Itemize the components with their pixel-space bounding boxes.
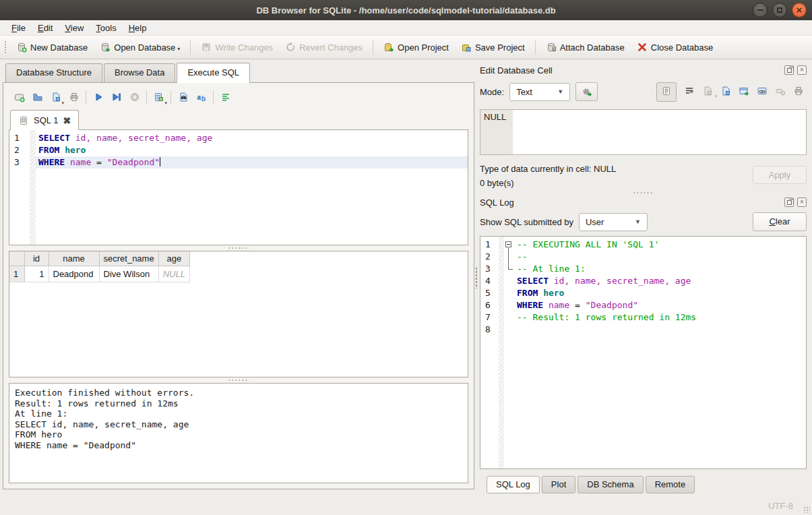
table-cell[interactable]: Dive Wilson: [99, 266, 158, 282]
table-cell[interactable]: Deadpond: [49, 266, 99, 282]
execution-message: Execution finished without errors. Resul…: [9, 383, 468, 483]
execute-line-button[interactable]: [107, 88, 125, 106]
maximize-button[interactable]: [772, 3, 787, 18]
titlebar: DB Browser for SQLite - /home/user/code/…: [0, 0, 812, 20]
code-area[interactable]: -- EXECUTING ALL IN 'SQL 1'---- At line …: [514, 237, 806, 468]
menu-tools[interactable]: Tools: [90, 22, 122, 34]
column-header-secret_name[interactable]: secret_name: [99, 251, 158, 266]
statusbar: UTF-8: [0, 496, 812, 515]
close-button[interactable]: ×: [792, 3, 807, 18]
tab-database-structure[interactable]: Database Structure: [5, 63, 102, 82]
dock-tab-remote[interactable]: Remote: [646, 476, 695, 493]
save-results-button[interactable]: ▾: [150, 88, 168, 106]
main-toolbar: New DatabaseOpen Database▾Write ChangesR…: [0, 36, 812, 59]
save-sql-file-icon: [51, 92, 61, 102]
print-cell-button[interactable]: [793, 86, 804, 98]
edit-cell-title: Edit Database Cell: [480, 65, 784, 75]
results-grid[interactable]: idnamesecret_nameage11DeadpondDive Wilso…: [9, 251, 468, 377]
code-line: SELECT id, name, secret_name, age: [36, 132, 468, 144]
svg-text:a: a: [197, 94, 201, 101]
sql-editor[interactable]: 123SELECT id, name, secret_name, ageFROM…: [9, 129, 468, 245]
tab-browse-data[interactable]: Browse Data: [104, 63, 175, 82]
find-replace-button[interactable]: [174, 88, 192, 106]
copy-link-button[interactable]: [757, 86, 768, 98]
menu-view[interactable]: View: [59, 22, 90, 34]
dock-tab-sql-log[interactable]: SQL Log: [487, 476, 540, 493]
menu-file[interactable]: File: [5, 22, 32, 34]
float-dock-button[interactable]: [784, 65, 794, 75]
word-wrap-cell-button[interactable]: [684, 86, 695, 98]
column-header-name[interactable]: name: [49, 251, 99, 266]
dropdown-caret-icon: ▾: [177, 46, 180, 53]
sql-doc-tab[interactable]: SQL 1 ✖: [10, 110, 79, 130]
new-database-button[interactable]: New Database: [10, 39, 94, 55]
column-header-age[interactable]: age: [158, 251, 189, 266]
save-as-icon: [720, 86, 731, 96]
line-number: 2: [485, 251, 499, 263]
auto-switch-mode-button[interactable]: [575, 82, 598, 101]
execute-all-button[interactable]: [89, 88, 107, 106]
svg-text:b: b: [201, 95, 206, 102]
open-database-button[interactable]: Open Database▾: [94, 39, 186, 55]
close-database-button[interactable]: Close Database: [631, 39, 720, 55]
line-number-gutter: 123: [9, 130, 30, 245]
code-line: -- At line 1:: [514, 263, 806, 275]
float-icon: [787, 68, 792, 73]
toolbar-drag-handle[interactable]: [4, 40, 7, 54]
toolbar-separator: [146, 90, 147, 104]
code-area[interactable]: SELECT id, name, secret_name, ageFROM he…: [36, 130, 468, 245]
save-sql-file-button[interactable]: ▾: [46, 88, 65, 106]
close-dock-button[interactable]: ×: [797, 65, 807, 75]
cell-value-editor[interactable]: NULL: [480, 109, 807, 155]
fold-collapse-icon[interactable]: [504, 239, 514, 251]
word-wrap-button[interactable]: [216, 88, 235, 106]
fold-cell: [504, 251, 514, 263]
database-open-icon: [100, 42, 111, 53]
print-sql-button[interactable]: [65, 88, 83, 106]
results-message-splitter[interactable]: [9, 377, 468, 383]
close-tab-icon[interactable]: ✖: [63, 116, 71, 125]
menu-help[interactable]: Help: [123, 22, 153, 34]
dropdown-caret-icon: ▾: [61, 100, 64, 106]
dropdown-caret-icon: ▾: [714, 94, 717, 99]
attach-database-button[interactable]: Attach Database: [540, 39, 631, 55]
submitter-combobox[interactable]: User ▼: [579, 213, 648, 231]
maximize-icon: [777, 7, 782, 13]
format-sql-button[interactable]: ab: [192, 88, 210, 106]
corner-header[interactable]: [9, 251, 24, 266]
new-sql-tab-button[interactable]: [10, 88, 28, 106]
save-project-button[interactable]: Save Project: [455, 39, 531, 55]
clear-log-button[interactable]: Clear: [753, 212, 807, 231]
dock-splitter[interactable]: [480, 190, 807, 195]
table-cell[interactable]: NULL: [158, 266, 189, 282]
cell-size-info: 0 byte(s): [480, 176, 753, 190]
cell-value: NULL: [480, 110, 513, 154]
save-as-button[interactable]: [720, 86, 731, 98]
toolbar-button-label: Revert Changes: [299, 42, 363, 53]
row-header[interactable]: 1: [9, 266, 24, 282]
line-number: 2: [14, 144, 30, 156]
resize-grip[interactable]: [803, 506, 810, 513]
minimize-button[interactable]: [753, 3, 768, 18]
line-number: 4: [485, 275, 499, 287]
float-dock-button[interactable]: [784, 198, 794, 207]
tab-execute-sql[interactable]: Execute SQL: [177, 63, 250, 83]
menu-edit[interactable]: Edit: [32, 22, 59, 34]
dock-tab-db-schema[interactable]: DB Schema: [577, 476, 643, 493]
editor-results-splitter[interactable]: [9, 245, 468, 251]
open-project-button[interactable]: Open Project: [377, 39, 455, 55]
open-sql-file-button[interactable]: [28, 88, 46, 106]
close-dock-button[interactable]: ×: [797, 198, 807, 207]
code-line: WHERE name = "Deadpond": [514, 299, 806, 311]
mode-combobox[interactable]: Text ▼: [509, 83, 570, 101]
code-line: FROM hero: [36, 144, 468, 156]
text-mode-button[interactable]: [656, 82, 677, 102]
column-header-id[interactable]: id: [24, 251, 49, 266]
cell-value-body[interactable]: [513, 110, 806, 154]
sql-log-view[interactable]: 12345678-- EXECUTING ALL IN 'SQL 1'---- …: [480, 236, 807, 469]
line-number: 3: [14, 156, 30, 169]
table-cell[interactable]: 1: [24, 266, 49, 282]
export-data-button[interactable]: [739, 86, 749, 98]
revert-changes-button: Revert Changes: [279, 39, 369, 55]
dock-tab-plot[interactable]: Plot: [542, 476, 575, 493]
